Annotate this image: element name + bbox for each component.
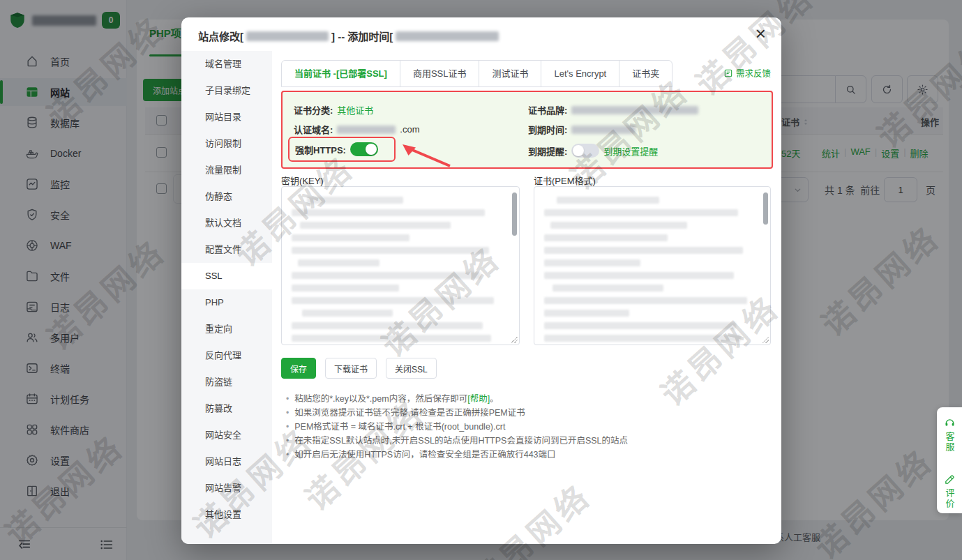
remind-setting-link[interactable]: 到期设置提醒 (603, 144, 658, 158)
force-https-annotation-box: 强制HTTPS: (288, 137, 396, 162)
modal-nav-reverse-proxy[interactable]: 反向代理 (181, 342, 272, 369)
pem-label: 证书(PEM格式) (534, 174, 596, 187)
pem-textarea[interactable] (534, 186, 771, 345)
modal-nav: 域名管理 子目录绑定 网站目录 访问限制 流量限制 伪静态 默认文档 配置文件 … (181, 51, 272, 544)
cert-expire-row: 到期时间: (528, 123, 636, 136)
customer-service-label[interactable]: 客服 (943, 432, 956, 453)
red-annotation-arrow (397, 141, 457, 169)
modal-nav-site-log[interactable]: 网站日志 (181, 448, 272, 475)
modal-title: 站点修改[ ] -- 添加时间[ (198, 29, 499, 43)
add-time-blurred (396, 31, 499, 41)
modal-nav-domain-manage[interactable]: 域名管理 (181, 51, 272, 77)
floating-side-panel: 客服 评价 (937, 407, 962, 513)
note-item: •如果浏览器提示证书链不完整,请检查是否正确拼接PEM证书 (286, 406, 628, 420)
close-icon[interactable]: × (756, 24, 766, 43)
pem-resize-handle[interactable] (762, 336, 769, 343)
feedback-link[interactable]: 需求反馈 (723, 66, 771, 80)
site-name-blurred (246, 31, 329, 41)
key-resize-handle[interactable] (511, 336, 518, 343)
force-https-toggle[interactable] (350, 142, 378, 156)
button-row: 保存 下载证书 关闭SSL (281, 358, 437, 379)
domain-blurred (337, 126, 396, 134)
feedback-doc-icon (723, 68, 733, 78)
pem-scrollbar[interactable] (763, 192, 768, 225)
cert-class-row: 证书分类: 其他证书 (294, 103, 373, 116)
tab-commercial-ssl[interactable]: 商用SSL证书 (400, 61, 480, 86)
brand-blurred (571, 106, 698, 114)
modal-nav-site-dir[interactable]: 网站目录 (181, 104, 272, 130)
ssl-tabs: 当前证书 -[已部署SSL] 商用SSL证书 测试证书 Let's Encryp… (281, 60, 672, 87)
page: 0 首页 网站 数据库 Docker 监控 (0, 0, 962, 560)
rate-pencil-icon[interactable] (944, 474, 956, 485)
cert-brand-row: 证书品牌: (528, 103, 698, 116)
expire-remind-toggle[interactable] (571, 144, 599, 158)
modal-nav-hotlink[interactable]: 防盗链 (181, 369, 272, 395)
modal-nav-redirect[interactable]: 重定向 (181, 316, 272, 342)
cert-class-link[interactable]: 其他证书 (337, 103, 373, 116)
cert-remind-row: 到期提醒: 到期设置提醒 (528, 144, 658, 158)
modal-nav-ssl[interactable]: SSL (181, 263, 272, 289)
key-scrollbar[interactable] (512, 192, 517, 236)
modal-nav-site-security[interactable]: 网站安全 (181, 422, 272, 448)
modal-nav-tamper-proof[interactable]: 防篡改 (181, 395, 272, 422)
modal-nav-subdir-bind[interactable]: 子目录绑定 (181, 77, 272, 104)
tab-cert-folder[interactable]: 证书夹 (619, 61, 672, 86)
cert-info-panel: 证书分类: 其他证书 认证域名: .com 强制HTTPS: 证书品牌: (281, 91, 773, 169)
key-label: 密钥(KEY) (281, 174, 324, 187)
rate-label[interactable]: 评价 (943, 488, 956, 509)
modal-nav-default-doc[interactable]: 默认文档 (181, 210, 272, 236)
cert-domain-row: 认证域名: .com (294, 123, 420, 136)
modal-nav-access-limit[interactable]: 访问限制 (181, 130, 272, 157)
modal-nav-traffic-limit[interactable]: 流量限制 (181, 157, 272, 183)
save-button[interactable]: 保存 (281, 358, 316, 379)
note-item: •在未指定SSL默认站点时,未开启SSL的站点使用HTTPS会直接访问到已开启S… (286, 434, 628, 448)
download-cert-button[interactable]: 下载证书 (325, 358, 377, 379)
modal-nav-other-settings[interactable]: 其他设置 (181, 501, 272, 528)
help-link[interactable]: [帮助] (467, 394, 490, 404)
note-item: •如开启后无法使用HTTPS访问，请检查安全组是否正确放行443端口 (286, 448, 628, 462)
close-ssl-button[interactable]: 关闭SSL (386, 358, 437, 379)
modal-nav-config-file[interactable]: 配置文件 (181, 236, 272, 263)
ssl-notes: •粘贴您的*.key以及*.pem内容，然后保存即可[帮助]。 •如果浏览器提示… (286, 392, 628, 462)
tab-lets-encrypt[interactable]: Let's Encrypt (541, 61, 619, 86)
modal-nav-rewrite[interactable]: 伪静态 (181, 183, 272, 210)
note-item: •PEM格式证书 = 域名证书.crt + 根证书(root_bundle).c… (286, 420, 628, 434)
modal-nav-site-alert[interactable]: 网站告警 (181, 475, 272, 501)
tab-test-cert[interactable]: 测试证书 (479, 61, 541, 86)
site-modify-modal: 站点修改[ ] -- 添加时间[ × 域名管理 子目录绑定 网站目录 访问限制 … (181, 17, 781, 544)
modal-nav-php[interactable]: PHP (181, 289, 272, 316)
note-item: •粘贴您的*.key以及*.pem内容，然后保存即可[帮助]。 (286, 392, 628, 406)
expire-blurred (571, 126, 636, 134)
tab-current-cert[interactable]: 当前证书 -[已部署SSL] (282, 61, 400, 86)
key-textarea[interactable] (281, 186, 520, 345)
customer-service-icon[interactable] (944, 417, 956, 429)
